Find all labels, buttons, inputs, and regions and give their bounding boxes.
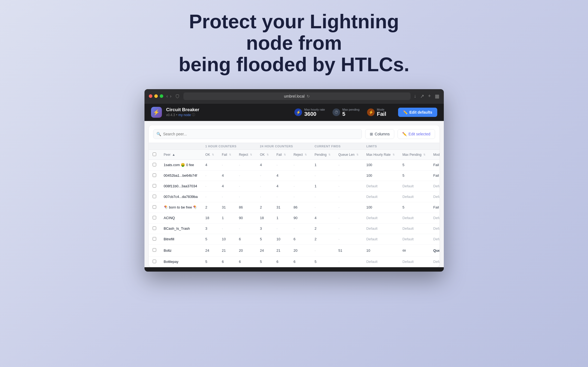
- row-checkbox[interactable]: [153, 163, 156, 166]
- row-checkbox[interactable]: [153, 216, 156, 219]
- traffic-lights: [149, 94, 163, 98]
- table-body: 1sats.com 🤑 0 fee 4 - - 4 - - 1 - 100 5 …: [149, 160, 439, 267]
- fail-24h-cell: 31: [273, 202, 290, 213]
- headline-line2: being flooded by HTLCs.: [179, 54, 410, 75]
- forward-button[interactable]: ›: [170, 94, 171, 99]
- edit-icon: ✏️: [403, 110, 408, 114]
- ok-1h-cell: 4: [202, 160, 218, 170]
- fail-1h-cell: 1: [218, 213, 235, 223]
- pending-cell: 2: [311, 234, 334, 244]
- queue-len-cell: -: [334, 160, 362, 170]
- minimize-button[interactable]: [154, 94, 158, 98]
- ok-1h-cell: 3: [202, 223, 218, 234]
- row-checkbox-cell[interactable]: [149, 244, 160, 256]
- ok-24h-cell: 5: [256, 256, 273, 267]
- table-row[interactable]: 00452ba1...be64b74f - 4 - - 4 - - - 100 …: [149, 170, 439, 181]
- search-wrapper: 🔍: [153, 129, 362, 139]
- close-button[interactable]: [149, 94, 152, 98]
- table-row[interactable]: 008f11b0...3aa37034 - 4 - - 4 - 1 - Defa…: [149, 181, 439, 191]
- row-checkbox[interactable]: [153, 173, 156, 177]
- reject-24h-col-header[interactable]: Reject ⇅: [290, 150, 311, 160]
- peer-col-header[interactable]: Peer ▲: [160, 150, 202, 160]
- ok-24h-cell: -: [256, 181, 273, 191]
- select-all-checkbox[interactable]: [153, 153, 156, 156]
- row-checkbox-cell[interactable]: [149, 223, 160, 234]
- reject-1h-cell: 6: [235, 256, 256, 267]
- max-pending-label: Max pending: [342, 108, 359, 111]
- fail-1h-cell: 4: [218, 170, 235, 181]
- table-row[interactable]: 007cb7c4...da7839ba - - - - - - - - Defa…: [149, 191, 439, 202]
- peer-name: 00452ba1...be64b74f: [160, 170, 202, 181]
- ok-24h-col-header[interactable]: OK ⇅: [256, 150, 273, 160]
- row-checkbox-cell[interactable]: [149, 213, 160, 223]
- max-hourly-rate-col-header[interactable]: Max Hourly Rate ⇅: [362, 150, 399, 160]
- row-checkbox-cell[interactable]: [149, 234, 160, 244]
- max-hourly-rate-cell: 10: [362, 244, 399, 256]
- row-checkbox[interactable]: [153, 260, 156, 263]
- select-all-header[interactable]: [149, 150, 160, 160]
- table-row[interactable]: BCash_Is_Trash 3 - - 3 - - 2 - Default D…: [149, 223, 439, 234]
- fail-1h-col-header[interactable]: Fail ⇅: [218, 150, 235, 160]
- mode-cell: Default: [429, 256, 439, 267]
- info-icon[interactable]: ⓘ: [192, 113, 195, 117]
- mode-cell: Default: [429, 213, 439, 223]
- row-checkbox[interactable]: [153, 205, 156, 209]
- address-bar[interactable]: umbrel.local ↻: [183, 92, 411, 100]
- max-hourly-rate-cell: Default: [362, 223, 399, 234]
- download-icon[interactable]: ↓: [414, 93, 416, 99]
- table-row[interactable]: Bottlepay 5 6 6 5 6 6 5 - Default Defaul…: [149, 256, 439, 267]
- pending-cell: -: [311, 170, 334, 181]
- table-row[interactable]: ACINQ 18 1 90 18 1 90 4 - Default Defaul…: [149, 213, 439, 223]
- max-hourly-sort: ⇅: [393, 153, 395, 156]
- back-button[interactable]: ‹: [167, 94, 168, 99]
- fail-24h-cell: 6: [273, 256, 290, 267]
- row-checkbox[interactable]: [153, 248, 156, 252]
- reload-icon[interactable]: ↻: [307, 94, 310, 98]
- row-checkbox-cell[interactable]: [149, 181, 160, 191]
- share-icon[interactable]: ↗: [420, 93, 424, 99]
- reject-1h-col-header[interactable]: Reject ⇅: [235, 150, 256, 160]
- row-checkbox-cell[interactable]: [149, 160, 160, 170]
- fail-24h-cell: 1: [273, 213, 290, 223]
- queue-len-col-header[interactable]: Queue Len ⇅: [334, 150, 362, 160]
- row-checkbox[interactable]: [153, 184, 156, 188]
- max-hourly-rate-cell: Default: [362, 181, 399, 191]
- ok-1h-col-header[interactable]: OK ⇅: [202, 150, 218, 160]
- edit-defaults-button[interactable]: ✏️ Edit defaults: [398, 108, 437, 117]
- reject-24h-cell: 86: [290, 202, 311, 213]
- peer-name: BCash_Is_Trash: [160, 223, 202, 234]
- reject-24h-cell: -: [290, 170, 311, 181]
- table-row[interactable]: Bitrefill 5 10 6 5 10 6 2 - Default Defa…: [149, 234, 439, 244]
- row-checkbox-cell[interactable]: [149, 202, 160, 213]
- ok-1h-cell: 24: [202, 244, 218, 256]
- table-row[interactable]: 1sats.com 🤑 0 fee 4 - - 4 - - 1 - 100 5 …: [149, 160, 439, 170]
- pending-col-header[interactable]: Pending ⇅: [311, 150, 334, 160]
- table-row[interactable]: Boltz 24 21 20 24 21 20 - 51 10 ∞ Queue: [149, 244, 439, 256]
- row-checkbox-cell[interactable]: [149, 256, 160, 267]
- row-checkbox[interactable]: [153, 237, 156, 241]
- peer-name: 1sats.com 🤑 0 fee: [160, 160, 202, 170]
- row-checkbox[interactable]: [153, 226, 156, 230]
- table-row[interactable]: 🪁 born to be free 🪁 2 31 86 2 31 86 - - …: [149, 202, 439, 213]
- search-input[interactable]: [153, 129, 362, 139]
- table-toolbar: 🔍 ⊞ Columns ✏️ Edit selected: [149, 125, 439, 143]
- row-checkbox[interactable]: [153, 195, 156, 198]
- my-node-link[interactable]: my node: [178, 113, 191, 117]
- fail-24h-col-header[interactable]: Fail ⇅: [273, 150, 290, 160]
- fail-1h-cell: -: [218, 223, 235, 234]
- checkbox-group-header: [149, 143, 160, 150]
- limits-group-header: Limits: [362, 143, 439, 150]
- fail-24h-sort: ⇅: [284, 153, 286, 156]
- columns-button[interactable]: ⊞ Columns: [365, 129, 394, 139]
- edit-selected-button[interactable]: ✏️ Edit selected: [398, 129, 435, 139]
- maximize-button[interactable]: [160, 94, 163, 98]
- new-tab-icon[interactable]: +: [428, 93, 431, 99]
- max-pending-col-header[interactable]: Max Pending ⇅: [399, 150, 429, 160]
- max-pending-cell: 5: [399, 202, 429, 213]
- row-checkbox-cell[interactable]: [149, 170, 160, 181]
- tabs-icon[interactable]: ▦: [435, 93, 439, 99]
- row-checkbox-cell[interactable]: [149, 191, 160, 202]
- mode-col-header[interactable]: Mode ⇅: [429, 150, 439, 160]
- queue-len-cell: -: [334, 170, 362, 181]
- ok-24h-cell: 3: [256, 223, 273, 234]
